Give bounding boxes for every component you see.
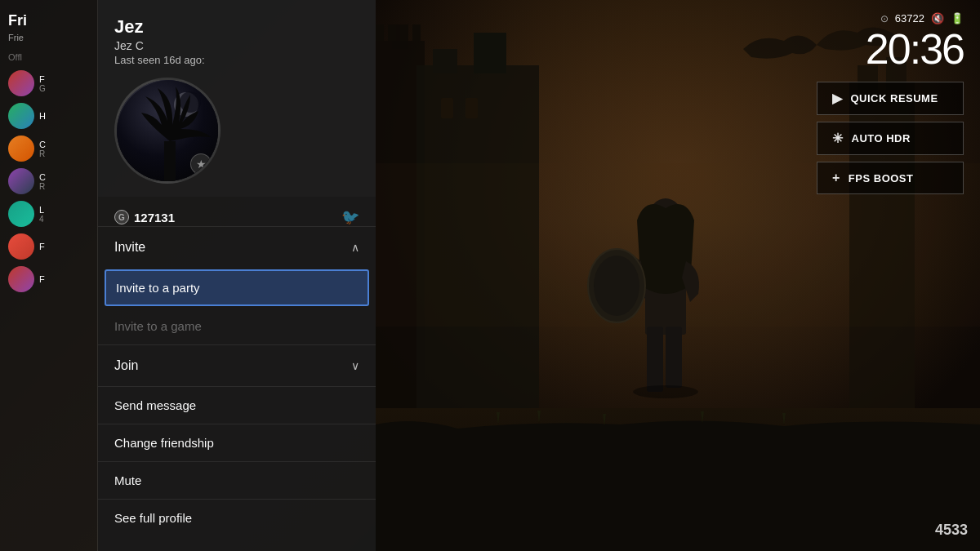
avatar [8, 136, 34, 162]
invite-label: Invite [114, 240, 145, 255]
friend-status: 4 [39, 215, 44, 224]
list-item[interactable]: C R [8, 168, 89, 194]
svg-point-26 [180, 91, 201, 113]
list-item[interactable]: C R [8, 136, 89, 162]
avatar [8, 168, 34, 194]
list-item[interactable]: H [8, 103, 89, 129]
mute-label: Mute [114, 473, 141, 487]
auto-hdr-button[interactable]: ✳ AUTO HDR [817, 122, 964, 155]
friend-name: L [39, 205, 44, 215]
svg-rect-6 [412, 24, 421, 41]
profile-popup: Jez Jez C Last seen 16d ago: [98, 0, 376, 551]
hdr-icon: ✳ [832, 131, 844, 146]
profile-stats-row: G 127131 🐦 [98, 197, 376, 226]
friend-name: F [39, 74, 46, 84]
sidebar-subtitle: Frie [8, 33, 89, 42]
profile-avatar-container: ★ [114, 78, 359, 184]
score-badge: 4533 [935, 522, 968, 539]
friend-info: L 4 [39, 205, 44, 224]
hud-time: 20:36 [866, 28, 964, 70]
avatar [8, 201, 34, 227]
list-item[interactable]: L 4 [8, 201, 89, 227]
friend-status: R [39, 182, 46, 191]
fps-icon: + [832, 171, 840, 185]
svg-rect-21 [647, 327, 663, 392]
star-icon: ★ [196, 158, 207, 171]
mute-button[interactable]: Mute [98, 462, 376, 499]
avatar [8, 103, 34, 129]
twitter-icon: 🐦 [341, 208, 359, 226]
chevron-up-icon: ∧ [351, 241, 359, 254]
invite-section-header[interactable]: Invite ∧ [98, 227, 376, 268]
gamerscore-hud-icon: ⊙ [880, 13, 889, 24]
play-icon: ▶ [832, 91, 843, 106]
hud-top-right: ⊙ 63722 🔇 🔋 20:36 [866, 12, 964, 70]
list-item[interactable]: F G [8, 70, 89, 96]
score-value: 4533 [935, 522, 968, 538]
profile-last-seen: Last seen 16d ago: [114, 54, 359, 66]
list-item[interactable]: F [8, 233, 89, 260]
mute-hud-icon: 🔇 [931, 12, 944, 24]
friend-status: R [39, 149, 46, 158]
quick-resume-label: QUICK RESUME [851, 92, 938, 104]
hud-actions: ▶ QUICK RESUME ✳ AUTO HDR + FPS BOOST [817, 82, 964, 194]
invite-to-game-button[interactable]: Invite to a game [98, 308, 376, 344]
svg-rect-22 [666, 327, 682, 388]
profile-header: Jez Jez C Last seen 16d ago: [98, 0, 376, 197]
battery-hud-icon: 🔋 [951, 12, 964, 24]
svg-rect-27 [164, 141, 176, 182]
invite-game-label: Invite to a game [114, 319, 202, 333]
friend-name: H [39, 111, 46, 121]
friend-name: C [39, 172, 46, 182]
send-message-label: Send message [114, 398, 196, 412]
friend-name: F [39, 274, 45, 284]
svg-rect-9 [474, 33, 506, 73]
avatar [8, 70, 34, 96]
profile-gamertag: Jez C [114, 39, 359, 52]
fps-boost-label: FPS BOOST [849, 172, 914, 184]
hud-gamerscore: 63722 [895, 12, 924, 24]
hud-status-icons: ⊙ 63722 🔇 🔋 [866, 12, 964, 24]
invite-party-label: Invite to a party [116, 281, 200, 295]
friend-info: F [39, 242, 45, 251]
gamerscore-value: 127131 [134, 211, 175, 224]
change-friendship-section: Change friendship [98, 424, 376, 461]
see-full-profile-label: See full profile [114, 511, 192, 525]
invite-to-party-button[interactable]: Invite to a party [105, 269, 369, 306]
gamerscore-icon: G [114, 210, 129, 224]
change-friendship-label: Change friendship [114, 436, 214, 450]
sidebar-title: Fri [8, 12, 89, 29]
chevron-down-icon: ∨ [351, 359, 359, 372]
send-message-button[interactable]: Send message [98, 387, 376, 424]
friend-info: F G [39, 74, 46, 93]
offline-label: Offl [8, 52, 89, 62]
profile-avatar: ★ [114, 78, 220, 184]
friend-info: C R [39, 140, 46, 158]
friend-name: C [39, 140, 46, 149]
friend-info: H [39, 111, 46, 121]
fps-boost-button[interactable]: + FPS BOOST [817, 162, 964, 194]
join-section-header[interactable]: Join ∨ [98, 345, 376, 386]
list-item[interactable]: F [8, 266, 89, 292]
svg-rect-4 [388, 24, 396, 41]
profile-name: Jez [114, 16, 359, 38]
svg-rect-10 [441, 98, 453, 118]
svg-rect-3 [376, 24, 384, 41]
friend-info: F [39, 274, 45, 284]
see-full-profile-button[interactable]: See full profile [98, 500, 376, 536]
svg-point-20 [594, 256, 639, 316]
avatar [8, 266, 34, 292]
change-friendship-button[interactable]: Change friendship [98, 424, 376, 461]
svg-rect-11 [466, 98, 478, 118]
invite-section: Invite ∧ Invite to a party Invite to a g… [98, 226, 376, 344]
sidebar: Fri Frie Offl F G H C R C R L 4 [0, 0, 98, 551]
svg-rect-5 [400, 24, 408, 41]
friend-info: C R [39, 172, 46, 191]
friend-name: F [39, 242, 45, 251]
svg-rect-8 [433, 49, 457, 73]
svg-point-23 [633, 385, 698, 398]
quick-resume-button[interactable]: ▶ QUICK RESUME [817, 82, 964, 115]
see-full-profile-section: See full profile [98, 499, 376, 536]
join-label: Join [114, 358, 138, 373]
join-section: Join ∨ [98, 344, 376, 386]
